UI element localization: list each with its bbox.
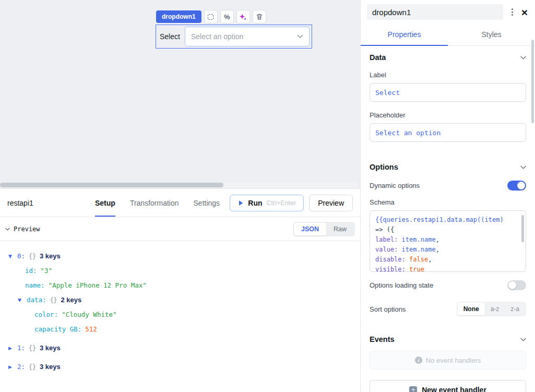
dropdown-placeholder-text: Select an option [191, 32, 243, 41]
placeholder-field-input[interactable]: Select an option [370, 123, 526, 142]
tree-key: capacity GB: [34, 325, 81, 334]
tree-collapse-icon[interactable]: ▼ [8, 252, 14, 261]
info-icon: i [415, 357, 422, 364]
tree-key: name: [25, 281, 45, 290]
plus-icon: + [409, 386, 417, 392]
schema-label: Schema [370, 198, 526, 206]
inspect-widget-button[interactable] [204, 10, 218, 23]
braces-icon: {} [50, 295, 57, 305]
chevron-down-icon [297, 34, 303, 39]
tree-expand-icon[interactable]: ▶ [8, 362, 14, 372]
tree-row: id:"3" [4, 266, 356, 276]
label-field-input[interactable]: Select [370, 83, 526, 102]
chevron-down-icon [520, 338, 526, 341]
preview-section-toggle[interactable]: Preview [5, 225, 40, 233]
play-icon [237, 200, 244, 206]
section-events-title: Events [370, 335, 395, 343]
sparkle-icon [239, 13, 247, 21]
tree-key: data: [27, 295, 46, 305]
kebab-menu-icon[interactable] [509, 6, 515, 18]
tree-collapse-icon[interactable]: ▼ [18, 295, 23, 305]
editor-scrollbar-thumb[interactable] [521, 215, 524, 242]
new-event-handler-button[interactable]: + New event handler [370, 380, 526, 392]
tree-row[interactable]: ▼0:{}3 keys [4, 252, 356, 261]
tree-row[interactable]: ▶2:{}3 keys [4, 362, 356, 372]
inspector-header: dropdown1 × [361, 0, 535, 22]
tree-key-count: 3 keys [40, 362, 61, 372]
no-event-handlers-box: i No event handlers [370, 351, 526, 370]
sort-options-label: Sort options [370, 305, 406, 313]
tab-settings[interactable]: Settings [194, 189, 220, 217]
dropdown-widget[interactable]: Select Select an option [156, 25, 312, 49]
sort-none-segment[interactable]: None [458, 303, 485, 315]
run-query-button[interactable]: Run Ctrl+Enter [230, 195, 304, 211]
chevron-down-icon [520, 56, 526, 60]
query-panel: restapi1 Setup Transformation Settings R… [0, 188, 360, 392]
run-button-label: Run [248, 199, 262, 207]
preview-query-button[interactable]: Preview [309, 195, 353, 211]
dynamic-options-label: Dynamic options [370, 182, 420, 189]
tree-value: "Apple iPhone 12 Pro Max" [49, 281, 147, 290]
section-options-title: Options [370, 163, 398, 171]
schema-code: {{queries.restapi1.data.map((item)=> ({ … [375, 215, 520, 272]
inspector-tabs: Properties Styles [361, 25, 535, 46]
ai-generate-button[interactable] [236, 10, 250, 23]
trash-icon [256, 13, 263, 20]
delete-widget-button[interactable] [253, 10, 266, 23]
tab-setup[interactable]: Setup [95, 189, 115, 217]
resize-mode-button[interactable]: % [220, 10, 234, 23]
tree-key: id: [25, 266, 37, 276]
inspector-body: Data Label Select Placeholder Select an … [361, 46, 535, 392]
braces-icon: {} [29, 343, 36, 353]
tree-row: capacity GB:512 [4, 325, 356, 334]
tree-key: 0: [17, 252, 25, 261]
query-name[interactable]: restapi1 [7, 199, 95, 207]
inspector-panel: dropdown1 × Properties Styles Data Label… [360, 0, 535, 392]
sort-az-segment[interactable]: a-z [485, 303, 505, 315]
dropdown-select-control[interactable]: Select an option [185, 27, 310, 46]
tree-row: color:"Cloudy White" [4, 310, 356, 319]
app-canvas[interactable]: dropdown1 % Select Select [0, 0, 360, 188]
canvas-horizontal-scrollbar[interactable] [0, 183, 358, 187]
scrollbar-thumb[interactable] [0, 183, 223, 187]
mode-json[interactable]: JSON [294, 223, 326, 235]
options-loading-toggle[interactable] [507, 280, 526, 290]
inspector-scrollbar-thumb[interactable] [531, 40, 534, 123]
run-shortcut-hint: Ctrl+Enter [267, 199, 296, 207]
widget-name-input[interactable]: dropdown1 [367, 4, 503, 20]
section-data-header[interactable]: Data [370, 53, 526, 62]
schema-code-editor[interactable]: {{queries.restapi1.data.map((item)=> ({ … [370, 210, 526, 272]
dynamic-options-row: Dynamic options [370, 181, 526, 191]
widget-toolbar: dropdown1 % [156, 10, 266, 23]
json-tree: ▼0:{}3 keysid:"3"name:"Apple iPhone 12 P… [0, 241, 360, 387]
tree-expand-icon[interactable]: ▶ [8, 343, 14, 353]
code-line: disable: false, [375, 255, 520, 265]
options-loading-row: Options loading state [370, 280, 526, 290]
code-line: value: item.name, [375, 245, 520, 255]
tab-properties[interactable]: Properties [361, 25, 448, 46]
tree-key-count: 3 keys [40, 343, 61, 353]
mode-raw[interactable]: Raw [326, 223, 354, 235]
widget-name-badge[interactable]: dropdown1 [156, 10, 201, 23]
section-data-title: Data [370, 53, 386, 62]
label-field-label: Label [370, 71, 526, 79]
tree-value: "Cloudy White" [62, 310, 116, 319]
braces-icon: {} [29, 252, 36, 261]
tree-row[interactable]: ▶1:{}3 keys [4, 343, 356, 353]
tab-transformation[interactable]: Transformation [130, 189, 179, 217]
sort-options-row: Sort options None a-z z-a [370, 302, 526, 316]
query-tabs: Setup Transformation Settings [95, 189, 220, 217]
tree-key: color: [34, 310, 58, 319]
tab-styles[interactable]: Styles [448, 25, 535, 46]
braces-icon: {} [29, 362, 36, 372]
tree-key: 2: [17, 362, 25, 372]
section-options-header[interactable]: Options [370, 163, 526, 171]
close-icon[interactable]: × [521, 7, 528, 18]
dynamic-options-toggle[interactable] [507, 181, 526, 191]
sort-za-segment[interactable]: z-a [505, 303, 525, 315]
preview-bar: Preview JSON Raw [0, 217, 360, 241]
section-events-header[interactable]: Events [370, 335, 526, 343]
editor-left-column: dropdown1 % Select Select [0, 0, 360, 392]
tree-row[interactable]: ▼data:{}2 keys [4, 295, 356, 305]
placeholder-field-label: Placeholder [370, 111, 526, 119]
